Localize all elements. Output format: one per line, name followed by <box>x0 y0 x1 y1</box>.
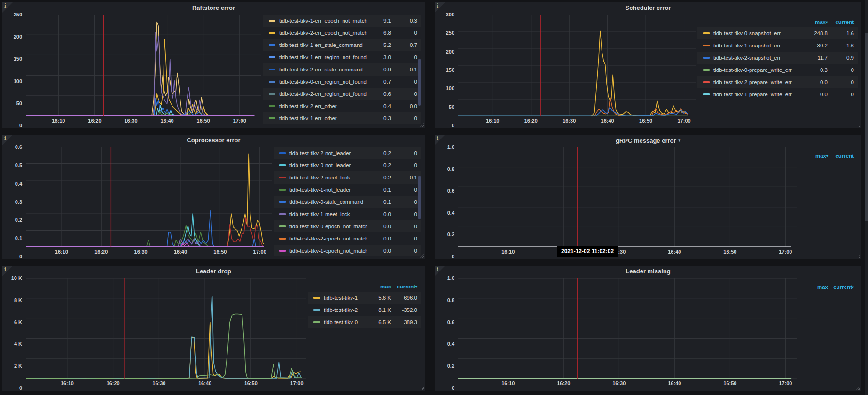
panel-info-icon[interactable]: i <box>435 266 445 276</box>
y-axis-label: 300 <box>446 12 454 17</box>
x-axis: 16:1016:2016:3016:4016:5017:00 <box>458 247 797 256</box>
legend-series-row[interactable]: tidb-test-tikv-1-err_stale_command5.20.7 <box>263 39 421 51</box>
y-axis-label: 200 <box>446 49 454 54</box>
x-axis-label: 16:30 <box>612 380 626 386</box>
legend-series-row[interactable]: tidb-test-tikv-2-not_leader0.20 <box>274 147 421 159</box>
sort-caret-icon: ▾ <box>826 20 828 24</box>
legend-series-swatch-icon <box>313 297 320 299</box>
chart-canvas[interactable] <box>458 147 797 247</box>
panel-info-icon[interactable]: i <box>2 2 13 13</box>
chart-canvas[interactable] <box>458 15 696 116</box>
legend-series-row[interactable]: tidb-test-tikv-0-err_region_not_found0.7… <box>263 76 421 88</box>
y-axis-label: 0.4 <box>447 341 454 347</box>
legend-series-label: tidb-test-tikv-2-err_other <box>279 103 367 109</box>
legend-series-row[interactable]: tidb-test-tikv-1-err_epoch_not_match9.10… <box>263 15 421 27</box>
legend-series-max-value: 9.1 <box>367 18 391 23</box>
panel-title[interactable]: Leader missing <box>435 266 861 277</box>
page-scrollbar[interactable] <box>865 0 868 395</box>
panel-info-icon[interactable]: i <box>435 135 445 145</box>
chart-canvas[interactable] <box>26 147 272 247</box>
legend-series-row[interactable]: tidb-test-tikv-1-err_region_not_found3.0… <box>263 51 421 63</box>
legend-series-max-value: 30.2 <box>803 43 828 48</box>
legend-header-current[interactable]: current <box>831 153 854 159</box>
legend-header-max[interactable]: max <box>804 284 828 290</box>
legend-series-row[interactable]: tidb-test-tikv-1-epoch_not_match0.00 <box>274 245 421 256</box>
series-line-series-blue-spike <box>26 210 260 247</box>
legend-header-max[interactable]: max <box>367 284 391 289</box>
plot-area: 16:1016:2016:3016:4016:5017:00 <box>26 278 306 379</box>
legend-series-row[interactable]: tidb-test-tikv-0-snapshot_err248.81.6 <box>697 27 858 39</box>
panel-title[interactable]: Raftstore error <box>2 2 425 14</box>
y-axis-label: 0.1 <box>15 235 22 241</box>
legend-series-row[interactable]: tidb-test-tikv-0-prepare_write_err0.30 <box>697 64 858 76</box>
legend-series-current-value: 0 <box>394 150 417 156</box>
panel-title[interactable]: Scheduler error <box>435 2 861 14</box>
legend-series-row[interactable]: tidb-test-tikv-2-err_stale_command0.90.1 <box>263 63 421 76</box>
x-axis-label: 16:10 <box>501 249 515 255</box>
legend-series-row[interactable]: tidb-test-tikv-2-err_other0.40.0 <box>263 100 421 112</box>
legend-series-current-value: 0 <box>394 163 417 168</box>
chart-canvas[interactable] <box>26 15 261 116</box>
page-scrollbar-thumb[interactable] <box>865 33 868 221</box>
legend-series-row[interactable]: tidb-test-tikv-06.5 K-389.3 <box>308 316 421 328</box>
y-axis-label: 0.3 <box>15 199 22 205</box>
legend-series-row[interactable]: tidb-test-tikv-1-meet_lock0.00 <box>274 208 421 220</box>
legend-series-row[interactable]: tidb-test-tikv-2-meet_lock0.20.1 <box>274 171 421 184</box>
legend-series-swatch-icon <box>269 81 275 83</box>
legend-series-row[interactable]: tidb-test-tikv-0-not_leader0.20 <box>274 159 421 171</box>
panel-grpc-message-error: igRPC message error▾1.00.80.60.40.2016:1… <box>435 135 861 259</box>
y-axis-label: 6 K <box>14 319 22 325</box>
legend-series-row[interactable]: tidb-test-tikv-2-err_epoch_not_match6.80 <box>263 27 421 39</box>
panel-info-icon[interactable]: i <box>2 266 13 276</box>
legend-series-max-value: 5.6 K <box>367 295 391 301</box>
panel-title[interactable]: Coprocessor error <box>2 135 425 146</box>
x-axis-label: 17:00 <box>779 380 792 386</box>
legend-series-label: tidb-test-tikv-0-err_region_not_found <box>279 79 367 85</box>
legend-series-row[interactable]: tidb-test-tikv-1-err_other0.30 <box>263 112 421 124</box>
legend-header-current[interactable]: current <box>830 19 854 25</box>
x-axis-label: 17:00 <box>253 249 266 255</box>
y-axis-label: 0 <box>452 123 454 128</box>
legend-series-row[interactable]: tidb-test-tikv-28.1 K-352.0 <box>308 304 421 316</box>
legend-series-swatch-icon <box>313 309 320 311</box>
legend-series-swatch-icon <box>279 250 286 252</box>
legend-scrollbar[interactable] <box>418 176 421 219</box>
legend-series-row[interactable]: tidb-test-tikv-2-prepare_write_err0.00 <box>697 76 858 88</box>
panel-title[interactable]: gRPC message error▾ <box>435 135 861 146</box>
panel-info-icon[interactable]: i <box>2 135 13 145</box>
legend-header-max[interactable]: max▾ <box>803 19 828 25</box>
panel-title[interactable]: Leader drop <box>2 266 425 277</box>
legend-series-current-value: 0 <box>830 79 854 85</box>
legend-header-current[interactable]: current▾ <box>831 284 854 290</box>
legend: tidb-test-tikv-2-not_leader0.20tidb-test… <box>272 147 421 256</box>
legend-series-row[interactable]: tidb-test-tikv-2-err_region_not_found0.6… <box>263 88 421 100</box>
legend-header-max[interactable]: max▾ <box>804 153 828 159</box>
legend-series-max-value: 248.8 <box>803 31 828 36</box>
chart-canvas[interactable] <box>458 278 797 379</box>
panel-info-icon[interactable]: i <box>435 2 445 13</box>
legend-series-row[interactable]: tidb-test-tikv-1-prepare_write_err0.00 <box>697 88 858 101</box>
legend-scrollbar[interactable] <box>418 59 421 105</box>
legend-series-current-value: 0 <box>830 67 854 73</box>
y-axis-label: 0 <box>19 254 22 259</box>
legend-series-swatch-icon <box>703 81 710 83</box>
legend-series-row[interactable]: tidb-test-tikv-1-not_leader0.10 <box>274 184 421 196</box>
panel-leader-missing: iLeader missing1.00.80.60.40.2016:1016:2… <box>435 266 861 391</box>
x-axis-label: 16:10 <box>55 249 68 255</box>
panel-menu-caret-icon[interactable]: ▾ <box>679 138 681 143</box>
legend-header-current[interactable]: current▾ <box>394 284 417 289</box>
panel-body: 30025020015010050016:1016:2016:3016:4016… <box>438 15 858 125</box>
legend-series-row[interactable]: tidb-test-tikv-0-stale_command0.10 <box>274 196 421 208</box>
legend-series-row[interactable]: tidb-test-tikv-2-snapshot_err11.70.9 <box>697 52 858 64</box>
legend-series-max-value: 6.5 K <box>367 319 391 325</box>
legend-header-max-label: max <box>380 284 391 289</box>
legend-series-row[interactable]: tidb-test-tikv-0-epoch_not_match0.00 <box>274 220 421 232</box>
legend-series-row[interactable]: tidb-test-tikv-15.6 K696.0 <box>308 292 421 304</box>
y-axis: 0.60.50.40.30.20.10 <box>6 147 26 256</box>
y-axis-label: 250 <box>14 12 22 17</box>
legend-series-label: tidb-test-tikv-1-epoch_not_match <box>289 248 367 254</box>
legend-series-row[interactable]: tidb-test-tikv-1-snapshot_err30.21.6 <box>697 39 858 52</box>
legend-series-row[interactable]: tidb-test-tikv-2-epoch_not_match0.00 <box>274 232 421 245</box>
info-icon-letter: i <box>437 135 438 141</box>
chart-canvas[interactable] <box>26 278 306 379</box>
